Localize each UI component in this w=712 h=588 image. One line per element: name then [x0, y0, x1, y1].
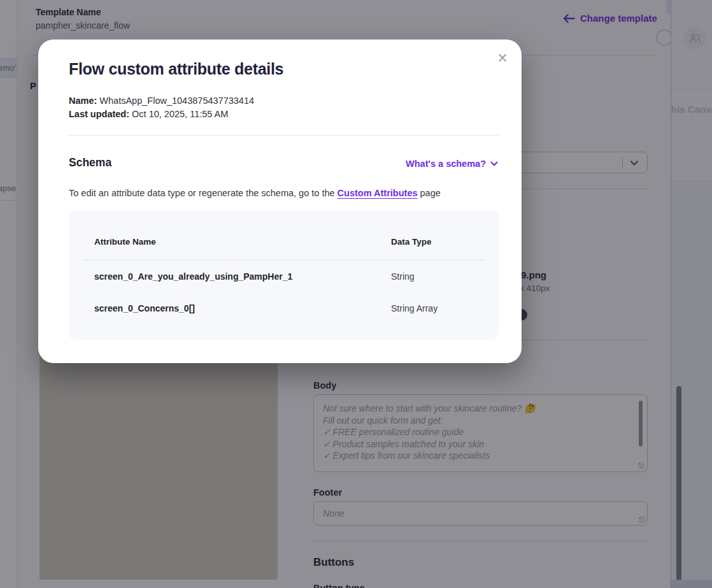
last-updated-value: Oct 10, 2025, 11:55 AM [132, 109, 228, 119]
data-type-cell: String Array [391, 303, 438, 313]
attribute-table: Attribute Name Data Type screen_0_Are_yo… [69, 210, 499, 340]
table-header-divider [83, 260, 485, 261]
last-updated-label: Last updated: [69, 109, 129, 119]
chevron-down-icon [490, 159, 499, 168]
flow-name-value: WhatsApp_Flow_1043875437733414 [99, 96, 254, 106]
schema-description-suffix: page [418, 188, 441, 198]
modal-divider [69, 135, 499, 136]
schema-description: To edit an attribute data type or regene… [69, 188, 441, 198]
close-icon[interactable]: × [497, 50, 508, 67]
column-header-data-type: Data Type [391, 237, 432, 247]
attribute-name-cell: screen_0_Concerns_0[] [94, 303, 195, 313]
modal-title: Flow custom attribute details [69, 60, 283, 78]
schema-description-prefix: To edit an attribute data type or regene… [69, 188, 338, 198]
flow-attribute-details-modal: × Flow custom attribute details Name: Wh… [38, 39, 522, 363]
flow-name-row: Name: WhatsApp_Flow_1043875437733414 [69, 96, 254, 106]
whats-a-schema-link[interactable]: What's a schema? [406, 159, 499, 169]
whats-a-schema-label: What's a schema? [406, 159, 486, 169]
attribute-name-cell: screen_0_Are_you_already_using_PampHer_1 [94, 271, 292, 282]
custom-attributes-link[interactable]: Custom Attributes [338, 188, 418, 198]
data-type-cell: String [391, 271, 415, 282]
screen: emo' apse Template Name pampher_skincare… [0, 0, 712, 588]
flow-name-label: Name: [69, 96, 97, 106]
last-updated-row: Last updated: Oct 10, 2025, 11:55 AM [69, 109, 228, 119]
column-header-attribute-name: Attribute Name [94, 237, 156, 247]
schema-heading: Schema [69, 156, 111, 169]
